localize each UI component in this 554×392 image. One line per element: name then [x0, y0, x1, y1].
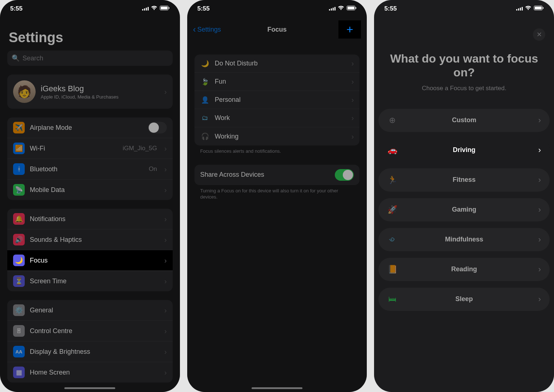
chevron-right-icon: ›	[164, 256, 167, 265]
grid-icon: ▦	[13, 367, 25, 378]
row-airplane-mode[interactable]: ✈️ Airplane Mode	[7, 117, 173, 138]
avatar: 🧑	[13, 80, 36, 103]
add-focus-button[interactable]: +	[338, 20, 361, 39]
chevron-right-icon: ›	[164, 186, 167, 194]
svg-rect-8	[543, 7, 543, 9]
row-notifications[interactable]: 🔔 Notifications ›	[7, 209, 173, 229]
headphones-icon: 🎧	[200, 132, 210, 140]
focus-row-dnd[interactable]: 🌙 Do Not Disturb ›	[194, 55, 360, 73]
row-general[interactable]: ⚙️ General ›	[7, 300, 173, 321]
row-screen-time[interactable]: ⏳ Screen Time ›	[7, 271, 173, 291]
airplane-toggle[interactable]	[148, 122, 167, 133]
book-icon: 📙	[387, 265, 397, 274]
chevron-right-icon: ›	[352, 132, 354, 141]
plus-circle-icon: ⊕	[387, 116, 397, 125]
gear-icon: ⚙️	[13, 304, 25, 316]
back-button[interactable]: ‹ Settings	[193, 24, 221, 35]
share-devices-toggle[interactable]	[335, 169, 354, 181]
chevron-right-icon: ›	[164, 236, 167, 244]
footer-text: Turning a Focus on for this device will …	[194, 185, 360, 200]
bed-icon: 🛏	[387, 295, 397, 304]
chevron-right-icon: ›	[352, 59, 354, 68]
row-wifi[interactable]: 📶 Wi-Fi iGM_Jio_5G ›	[7, 138, 173, 159]
battery-icon	[160, 5, 170, 12]
speaker-icon: 🔊	[13, 234, 25, 245]
row-mobile-data[interactable]: 📡 Mobile Data ›	[7, 180, 173, 200]
airplane-icon: ✈️	[13, 122, 25, 133]
focus-option-custom[interactable]: ⊕ Custom ›	[378, 109, 550, 132]
runner-icon: 🏃	[387, 175, 397, 185]
text-size-icon: AA	[13, 346, 25, 357]
chevron-right-icon: ›	[164, 144, 167, 153]
chevron-right-icon: ›	[164, 88, 167, 96]
spiral-icon: ꩜	[387, 235, 397, 244]
focus-row-working[interactable]: 🎧 Working ›	[194, 127, 360, 145]
profile-name: iGeeks Blog	[41, 84, 157, 93]
chevron-right-icon: ›	[164, 368, 167, 377]
cellular-icon	[329, 7, 336, 11]
status-time: 5:55	[384, 5, 397, 12]
chevron-right-icon: ›	[352, 96, 354, 104]
chevron-right-icon: ›	[538, 145, 541, 155]
focus-row-fun[interactable]: 🍃 Fun ›	[194, 73, 360, 91]
focus-option-driving[interactable]: 🚗 Driving ›	[378, 139, 550, 162]
row-bluetooth[interactable]: ᚼ Bluetooth On ›	[7, 159, 173, 180]
chevron-right-icon: ›	[352, 114, 354, 122]
focus-row-work[interactable]: 🗂 Work ›	[194, 109, 360, 127]
chevron-right-icon: ›	[538, 175, 541, 185]
search-input[interactable]: 🔍 Search	[7, 51, 173, 66]
chevron-right-icon: ›	[164, 165, 167, 173]
plus-icon: +	[346, 23, 353, 36]
chevron-right-icon: ›	[164, 327, 167, 335]
page-title: Settings	[9, 30, 173, 45]
car-icon: 🚗	[387, 145, 397, 155]
row-sounds[interactable]: 🔊 Sounds & Haptics ›	[7, 229, 173, 250]
row-home-screen[interactable]: ▦ Home Screen ›	[7, 362, 173, 383]
rocket-icon: 🚀	[387, 205, 397, 215]
bell-icon: 🔔	[13, 213, 25, 225]
focus-option-fitness[interactable]: 🏃 Fitness ›	[378, 168, 550, 192]
focus-row-personal[interactable]: 👤 Personal ›	[194, 91, 360, 109]
cellular-icon	[142, 7, 149, 11]
row-control-centre[interactable]: 🎚 Control Centre ›	[7, 321, 173, 341]
chevron-right-icon: ›	[538, 205, 541, 215]
nav-bar: ‹ Settings Focus +	[187, 15, 367, 44]
svg-rect-2	[169, 7, 169, 9]
cellular-icon	[516, 7, 523, 11]
chevron-right-icon: ›	[164, 348, 167, 356]
chevron-right-icon: ›	[164, 306, 167, 315]
profile-row[interactable]: 🧑 iGeeks Blog Apple ID, iCloud, Media & …	[7, 75, 173, 109]
wifi-row-icon: 📶	[13, 143, 25, 154]
status-bar: 5:55	[374, 0, 554, 15]
svg-rect-4	[348, 7, 354, 9]
bluetooth-icon: ᚼ	[13, 163, 25, 175]
search-icon: 🔍	[12, 54, 20, 62]
row-display[interactable]: AA Display & Brightness ›	[7, 341, 173, 362]
row-focus[interactable]: 🌙 Focus ›	[7, 250, 173, 271]
chevron-right-icon: ›	[352, 77, 354, 86]
footer-text: Focus silences alerts and notifications.	[194, 145, 360, 155]
focus-option-reading[interactable]: 📙 Reading ›	[378, 258, 550, 281]
focus-option-mindfulness[interactable]: ꩜ Mindfulness ›	[378, 228, 550, 251]
screen-focus-list: 5:55 ‹ Settings Focus + 🌙 Do Not Disturb…	[187, 0, 367, 392]
close-button[interactable]: ✕	[533, 28, 545, 41]
svg-rect-7	[535, 7, 542, 9]
battery-icon	[534, 5, 544, 12]
wifi-icon	[338, 5, 344, 12]
chevron-right-icon: ›	[538, 235, 541, 244]
home-indicator[interactable]	[252, 387, 302, 389]
briefcase-icon: 🗂	[200, 114, 210, 122]
status-time: 5:55	[10, 5, 23, 12]
focus-option-gaming[interactable]: 🚀 Gaming ›	[378, 198, 550, 221]
home-indicator[interactable]	[64, 387, 115, 389]
share-devices-row[interactable]: Share Across Devices	[194, 165, 360, 185]
nav-title: Focus	[267, 26, 286, 33]
wifi-icon	[525, 5, 531, 12]
switches-icon: 🎚	[13, 325, 25, 337]
chevron-right-icon: ›	[164, 277, 167, 285]
chevron-left-icon: ‹	[193, 24, 196, 35]
leaf-icon: 🍃	[200, 78, 210, 86]
search-placeholder: Search	[23, 55, 43, 62]
focus-option-sleep[interactable]: 🛏 Sleep ›	[378, 288, 550, 311]
status-bar: 5:55	[187, 0, 367, 15]
